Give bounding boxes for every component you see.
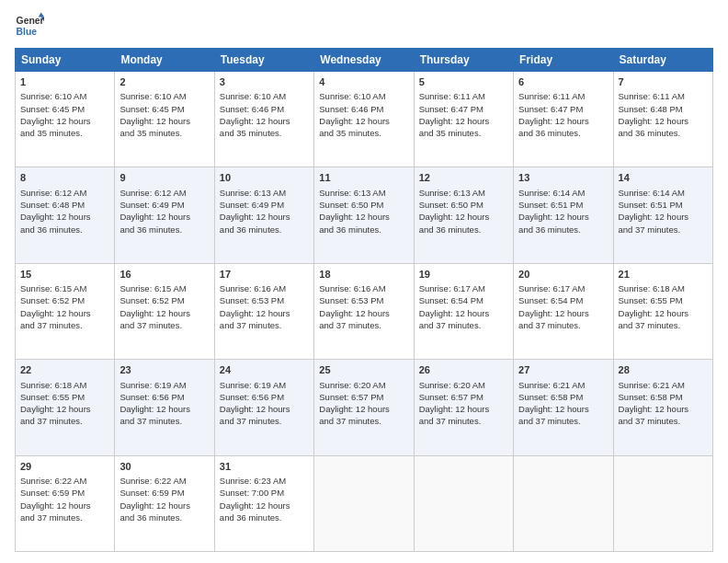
day-info: Sunrise: 6:20 AM [319,379,408,391]
day-info: Sunset: 6:52 PM [119,294,209,306]
day-info: Daylight: 12 hours [419,403,508,415]
calendar-cell: 29Sunrise: 6:22 AMSunset: 6:59 PMDayligh… [16,455,115,551]
day-number: 29 [20,460,109,474]
day-info: Sunset: 6:49 PM [220,199,309,211]
day-info: Sunset: 6:52 PM [20,294,109,306]
day-info: Sunrise: 6:10 AM [119,90,209,102]
day-info: and 37 minutes. [319,415,408,427]
day-info: Sunset: 6:53 PM [220,294,309,306]
calendar-cell: 18Sunrise: 6:16 AMSunset: 6:53 PMDayligh… [314,263,414,359]
day-info: Daylight: 12 hours [220,403,309,415]
calendar-cell [613,455,712,551]
calendar-cell: 1Sunrise: 6:10 AMSunset: 6:45 PMDaylight… [16,72,115,167]
calendar-cell: 16Sunrise: 6:15 AMSunset: 6:52 PMDayligh… [115,263,214,359]
day-number: 6 [518,75,608,89]
day-info: Sunset: 6:48 PM [619,103,708,115]
day-number: 9 [119,171,209,185]
day-info: Daylight: 12 hours [319,307,408,319]
day-number: 16 [119,268,209,282]
day-info: and 37 minutes. [119,319,209,331]
day-info: and 36 minutes. [20,224,109,236]
day-info: Sunrise: 6:23 AM [220,475,309,487]
svg-text:Blue: Blue [17,27,38,37]
day-info: Sunrise: 6:10 AM [20,90,109,102]
day-info: and 36 minutes. [220,511,309,523]
day-info: Sunrise: 6:22 AM [20,475,109,487]
calendar-cell [414,455,513,551]
day-info: Sunrise: 6:14 AM [619,187,708,199]
day-info: Daylight: 12 hours [220,307,309,319]
day-info: and 37 minutes. [20,415,109,427]
day-number: 24 [220,363,309,377]
calendar-cell: 21Sunrise: 6:18 AMSunset: 6:55 PMDayligh… [613,263,712,359]
calendar-cell: 20Sunrise: 6:17 AMSunset: 6:54 PMDayligh… [514,263,613,359]
day-number: 2 [119,75,209,89]
day-info: Sunrise: 6:20 AM [419,379,508,391]
calendar-cell: 27Sunrise: 6:21 AMSunset: 6:58 PMDayligh… [514,360,613,455]
day-number: 20 [518,268,608,282]
day-info: Sunrise: 6:16 AM [319,282,408,294]
day-info: Sunset: 6:50 PM [319,199,408,211]
calendar-cell: 12Sunrise: 6:13 AMSunset: 6:50 PMDayligh… [414,167,513,263]
day-header-friday: Friday [514,49,613,72]
day-info: Sunrise: 6:10 AM [220,90,309,102]
day-info: Sunset: 6:59 PM [20,487,109,499]
calendar-cell: 11Sunrise: 6:13 AMSunset: 6:50 PMDayligh… [314,167,414,263]
day-number: 22 [20,363,109,377]
day-number: 31 [220,460,309,474]
calendar-cell: 24Sunrise: 6:19 AMSunset: 6:56 PMDayligh… [214,360,313,455]
day-info: and 37 minutes. [220,319,309,331]
day-info: Daylight: 12 hours [419,307,508,319]
day-info: and 36 minutes. [220,224,309,236]
day-info: Sunset: 6:45 PM [20,103,109,115]
header: General Blue [15,11,713,40]
day-info: Sunrise: 6:13 AM [419,187,508,199]
day-info: and 35 minutes. [119,127,209,139]
day-info: Daylight: 12 hours [119,500,209,511]
calendar-cell: 31Sunrise: 6:23 AMSunset: 7:00 PMDayligh… [214,455,313,551]
day-info: Sunset: 6:58 PM [518,391,608,403]
calendar-week-1: 1Sunrise: 6:10 AMSunset: 6:45 PMDaylight… [16,72,713,167]
day-info: and 35 minutes. [319,127,408,139]
day-number: 25 [319,363,408,377]
day-info: Sunrise: 6:17 AM [419,282,508,294]
day-number: 8 [20,171,109,185]
day-info: Sunset: 6:48 PM [20,199,109,211]
day-info: Daylight: 12 hours [319,211,408,223]
day-number: 19 [419,268,508,282]
day-info: and 35 minutes. [20,127,109,139]
calendar-cell: 14Sunrise: 6:14 AMSunset: 6:51 PMDayligh… [613,167,712,263]
day-info: Daylight: 12 hours [419,211,508,223]
calendar-week-2: 8Sunrise: 6:12 AMSunset: 6:48 PMDaylight… [16,167,713,263]
day-info: Sunset: 6:47 PM [518,103,608,115]
calendar-cell: 10Sunrise: 6:13 AMSunset: 6:49 PMDayligh… [214,167,313,263]
calendar-cell: 23Sunrise: 6:19 AMSunset: 6:56 PMDayligh… [115,360,214,455]
day-info: Daylight: 12 hours [619,211,708,223]
day-info: Sunset: 6:56 PM [220,391,309,403]
calendar-cell: 5Sunrise: 6:11 AMSunset: 6:47 PMDaylight… [414,72,513,167]
day-info: Sunrise: 6:18 AM [619,282,708,294]
day-info: Sunset: 6:46 PM [319,103,408,115]
day-info: and 35 minutes. [220,127,309,139]
day-info: Sunset: 6:58 PM [619,391,708,403]
day-info: and 37 minutes. [619,224,708,236]
day-info: Sunrise: 6:18 AM [20,379,109,391]
day-info: Sunrise: 6:11 AM [419,90,508,102]
day-number: 26 [419,363,508,377]
calendar-header-row: SundayMondayTuesdayWednesdayThursdayFrid… [16,49,713,72]
day-info: and 35 minutes. [419,127,508,139]
day-info: and 36 minutes. [119,511,209,523]
day-info: Sunset: 6:51 PM [518,199,608,211]
day-info: Daylight: 12 hours [20,211,109,223]
day-info: Daylight: 12 hours [319,403,408,415]
svg-text:General: General [17,16,44,26]
day-number: 13 [518,171,608,185]
day-info: Sunrise: 6:10 AM [319,90,408,102]
day-info: Daylight: 12 hours [220,115,309,127]
day-info: Sunset: 6:56 PM [119,391,209,403]
day-number: 27 [518,363,608,377]
day-header-thursday: Thursday [414,49,513,72]
day-number: 11 [319,171,408,185]
calendar-cell: 3Sunrise: 6:10 AMSunset: 6:46 PMDaylight… [214,72,313,167]
calendar-cell: 6Sunrise: 6:11 AMSunset: 6:47 PMDaylight… [514,72,613,167]
